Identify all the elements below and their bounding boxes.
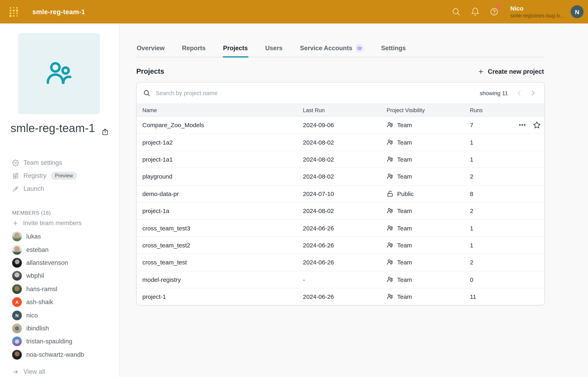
table-row[interactable]: project-1a22024-08-02Team1: [137, 134, 544, 151]
table-row[interactable]: Compare_Zoo_Models2024-09-06Team7: [137, 117, 544, 134]
project-runs-count: 1: [470, 156, 519, 163]
member-name: ibindlish: [26, 325, 49, 332]
table-header-row: Name Last Run Project Visibility Runs: [137, 104, 544, 117]
tab-service-accounts[interactable]: Service Accounts: [300, 39, 364, 57]
avatar: [12, 337, 22, 346]
project-last-run: 2024-09-06: [303, 121, 387, 128]
member-name: ash-shaik: [26, 298, 53, 306]
public-unlock-icon: [387, 190, 393, 197]
tab-reports[interactable]: Reports: [182, 39, 206, 57]
avatar[interactable]: N: [571, 5, 584, 18]
help-icon: [490, 7, 499, 16]
visibility-label: Team: [397, 293, 412, 300]
project-runs-count: 2: [470, 173, 519, 180]
tab-label: Users: [265, 44, 282, 52]
tab-projects[interactable]: Projects: [223, 39, 248, 57]
project-runs-count: 7: [470, 121, 519, 128]
plus-icon: [12, 220, 19, 226]
table-body: Compare_Zoo_Models2024-09-06Team7project…: [137, 117, 544, 305]
sidebar-item-registry[interactable]: RegistryPreview: [12, 169, 77, 182]
top-nav-right: Nico smle-registries-bug-b… N: [447, 0, 584, 24]
avatar: [12, 350, 22, 359]
member-item-allanstevenson[interactable]: allanstevenson: [12, 256, 84, 270]
table-row[interactable]: project-12024-06-26Team11: [137, 288, 544, 305]
project-last-run: 2024-06-26: [303, 242, 387, 249]
search-input[interactable]: [155, 90, 480, 97]
more-options-icon[interactable]: [519, 121, 526, 129]
table-row[interactable]: project-1a2024-08-02Team2: [137, 202, 544, 220]
project-visibility: Team: [387, 121, 470, 128]
bell-icon: [471, 7, 480, 16]
team-icon: [387, 276, 393, 283]
member-item-nico[interactable]: Nnico: [12, 309, 84, 322]
avatar: [12, 232, 22, 241]
sidebar-item-launch[interactable]: Launch: [12, 182, 77, 195]
create-new-project-button[interactable]: Create new project: [478, 68, 544, 75]
visibility-label: Team: [397, 276, 412, 283]
table-row[interactable]: cross_team_test2024-06-26Team2: [137, 254, 544, 271]
team-icon: [387, 242, 393, 249]
tab-label: Projects: [223, 44, 248, 52]
invite-team-members-button[interactable]: Invite team members: [12, 217, 81, 229]
chevron-left-icon[interactable]: [515, 89, 523, 97]
avatar: [12, 245, 22, 255]
sidebar-item-label: Registry: [23, 172, 46, 179]
team-icon: [387, 207, 393, 214]
tab-users[interactable]: Users: [265, 39, 283, 57]
search-button[interactable]: [447, 0, 466, 24]
user-subtitle: smle-registries-bug-b…: [510, 12, 565, 19]
preview-badge: Preview: [51, 172, 77, 180]
project-visibility: Team: [387, 242, 470, 249]
chevron-right-icon[interactable]: [529, 89, 537, 97]
table-row[interactable]: demo-data-pr2024-07-10Public8: [137, 185, 544, 202]
member-item-ibindlish[interactable]: ibindlish: [12, 322, 84, 335]
column-header-runs: Runs: [470, 107, 519, 113]
table-row[interactable]: project-1a12024-08-02Team1: [137, 151, 544, 168]
team-icon: [387, 121, 393, 128]
crown-icon: [357, 46, 362, 50]
share-icon[interactable]: [101, 128, 109, 136]
table-row[interactable]: cross_team_test22024-06-26Team1: [137, 237, 544, 254]
search-icon: [143, 90, 150, 97]
avatar: A: [12, 297, 22, 307]
member-item-noa-schwartz-wandb[interactable]: noa-schwartz-wandb: [12, 348, 84, 361]
user-menu[interactable]: Nico smle-registries-bug-b…: [510, 4, 565, 19]
member-item-ash-shaik[interactable]: Aash-shaik: [12, 296, 84, 309]
team-icon: [387, 224, 393, 231]
member-item-esteban[interactable]: esteban: [12, 243, 84, 256]
project-visibility: Public: [387, 190, 470, 197]
crown-badge: [356, 44, 364, 52]
member-item-hans-ramsl[interactable]: hans-ramsl: [12, 283, 84, 296]
team-icon: [387, 139, 393, 146]
table-row[interactable]: cross_team_test32024-06-26Team1: [137, 220, 544, 237]
help-button[interactable]: [485, 0, 504, 24]
team-icon: [387, 293, 393, 300]
table-row[interactable]: model-registry-Team0: [137, 271, 544, 288]
member-item-lukas[interactable]: lukas: [12, 230, 84, 243]
arrow-right-icon: [12, 368, 19, 375]
view-all-members[interactable]: View all: [12, 366, 45, 377]
project-name: project-1: [142, 293, 303, 300]
sidebar-item-team-settings[interactable]: Team settings: [12, 156, 77, 169]
projects-section-header: Projects Create new project: [136, 67, 544, 76]
avatar: [12, 324, 22, 333]
tab-settings[interactable]: Settings: [381, 39, 406, 57]
wandb-logo-icon[interactable]: [9, 6, 19, 17]
project-last-run: 2024-06-26: [303, 293, 387, 300]
project-runs-count: 2: [470, 259, 519, 266]
sidebar: smle-reg-team-1 Team settingsRegistryPre…: [0, 24, 120, 377]
star-icon[interactable]: [533, 121, 541, 129]
member-item-wbphil[interactable]: wbphil: [12, 269, 84, 283]
sidebar-item-label: Launch: [23, 185, 44, 192]
notifications-button[interactable]: [466, 0, 485, 24]
member-item-tristan-spaulding[interactable]: tristan-spaulding: [12, 335, 84, 348]
project-runs-count: 1: [470, 242, 519, 249]
project-name: Compare_Zoo_Models: [142, 121, 303, 128]
visibility-label: Team: [397, 259, 412, 266]
members-list: lukasestebanallanstevensonwbphilhans-ram…: [12, 230, 84, 361]
table-row[interactable]: playground2024-08-02Team2: [137, 168, 544, 185]
tab-overview[interactable]: Overview: [136, 39, 165, 57]
project-last-run: 2024-08-02: [303, 207, 387, 214]
project-name: project-1a: [142, 207, 303, 214]
member-name: noa-schwartz-wandb: [26, 351, 84, 358]
